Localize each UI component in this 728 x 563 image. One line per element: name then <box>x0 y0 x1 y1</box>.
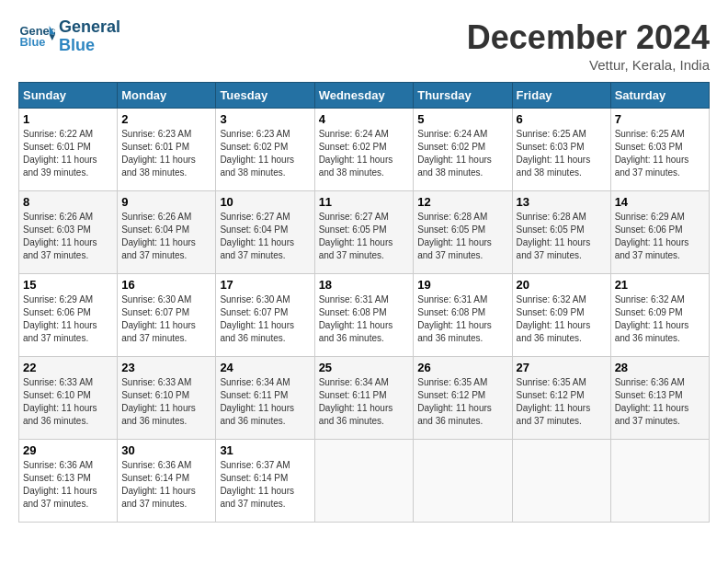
day-number: 19 <box>417 278 507 292</box>
day-info: Sunrise: 6:35 AM Sunset: 6:12 PM Dayligh… <box>417 376 507 428</box>
calendar-day-cell: 8 Sunrise: 6:26 AM Sunset: 6:03 PM Dayli… <box>19 191 118 274</box>
logo: General Blue General Blue <box>18 18 120 55</box>
day-number: 16 <box>121 278 211 292</box>
day-info: Sunrise: 6:32 AM Sunset: 6:09 PM Dayligh… <box>615 293 705 345</box>
day-info: Sunrise: 6:26 AM Sunset: 6:03 PM Dayligh… <box>23 211 113 262</box>
calendar-day-cell: 6 Sunrise: 6:25 AM Sunset: 6:03 PM Dayli… <box>512 109 610 191</box>
page-header: General Blue General Blue December 2024 … <box>18 18 710 73</box>
day-number: 4 <box>319 112 410 126</box>
calendar-day-cell: 19 Sunrise: 6:31 AM Sunset: 6:08 PM Dayl… <box>414 274 512 357</box>
calendar-day-cell: 22 Sunrise: 6:33 AM Sunset: 6:10 PM Dayl… <box>19 357 118 440</box>
day-info: Sunrise: 6:27 AM Sunset: 6:05 PM Dayligh… <box>319 211 410 262</box>
calendar-day-cell: 12 Sunrise: 6:28 AM Sunset: 6:05 PM Dayl… <box>414 191 512 274</box>
calendar-day-cell <box>512 440 610 523</box>
day-number: 27 <box>517 361 607 374</box>
day-number: 23 <box>121 361 211 374</box>
day-info: Sunrise: 6:30 AM Sunset: 6:07 PM Dayligh… <box>220 293 310 345</box>
calendar-day-cell: 25 Sunrise: 6:34 AM Sunset: 6:11 PM Dayl… <box>314 357 414 440</box>
day-number: 29 <box>23 443 113 457</box>
day-info: Sunrise: 6:24 AM Sunset: 6:02 PM Dayligh… <box>417 128 507 179</box>
day-info: Sunrise: 6:34 AM Sunset: 6:11 PM Dayligh… <box>220 376 310 428</box>
day-number: 25 <box>319 361 410 374</box>
calendar-day-cell: 10 Sunrise: 6:27 AM Sunset: 6:04 PM Dayl… <box>216 191 314 274</box>
day-number: 11 <box>319 195 410 209</box>
calendar-day-cell: 27 Sunrise: 6:35 AM Sunset: 6:12 PM Dayl… <box>512 357 610 440</box>
calendar-day-cell: 9 Sunrise: 6:26 AM Sunset: 6:04 PM Dayli… <box>118 191 216 274</box>
header-saturday: Saturday <box>610 83 709 109</box>
calendar-day-cell <box>314 440 414 523</box>
day-number: 1 <box>23 112 113 126</box>
calendar-week-row: 1 Sunrise: 6:22 AM Sunset: 6:01 PM Dayli… <box>19 109 710 191</box>
calendar-day-cell: 29 Sunrise: 6:36 AM Sunset: 6:13 PM Dayl… <box>19 440 118 523</box>
day-info: Sunrise: 6:34 AM Sunset: 6:11 PM Dayligh… <box>319 376 410 428</box>
day-info: Sunrise: 6:37 AM Sunset: 6:14 PM Dayligh… <box>220 459 310 511</box>
calendar-day-cell: 1 Sunrise: 6:22 AM Sunset: 6:01 PM Dayli… <box>19 109 118 191</box>
day-number: 14 <box>615 195 705 209</box>
calendar-day-cell <box>414 440 512 523</box>
day-number: 31 <box>220 443 310 457</box>
day-number: 12 <box>417 195 507 209</box>
day-number: 26 <box>417 361 507 374</box>
logo-general: General <box>59 18 120 37</box>
day-number: 20 <box>517 278 607 292</box>
day-info: Sunrise: 6:23 AM Sunset: 6:02 PM Dayligh… <box>220 128 310 179</box>
svg-marker-3 <box>50 35 55 40</box>
header-friday: Friday <box>512 83 610 109</box>
day-info: Sunrise: 6:32 AM Sunset: 6:09 PM Dayligh… <box>517 293 607 345</box>
day-number: 28 <box>615 361 705 374</box>
day-number: 21 <box>615 278 705 292</box>
day-number: 18 <box>319 278 410 292</box>
calendar-table: Sunday Monday Tuesday Wednesday Thursday… <box>18 82 710 523</box>
calendar-day-cell: 4 Sunrise: 6:24 AM Sunset: 6:02 PM Dayli… <box>314 109 414 191</box>
calendar-day-cell: 7 Sunrise: 6:25 AM Sunset: 6:03 PM Dayli… <box>610 109 709 191</box>
calendar-day-cell: 15 Sunrise: 6:29 AM Sunset: 6:06 PM Dayl… <box>19 274 118 357</box>
day-info: Sunrise: 6:36 AM Sunset: 6:13 PM Dayligh… <box>23 459 113 511</box>
calendar-day-cell: 23 Sunrise: 6:33 AM Sunset: 6:10 PM Dayl… <box>118 357 216 440</box>
day-number: 8 <box>23 195 113 209</box>
day-number: 13 <box>517 195 607 209</box>
calendar-day-cell <box>610 440 709 523</box>
calendar-day-cell: 31 Sunrise: 6:37 AM Sunset: 6:14 PM Dayl… <box>216 440 314 523</box>
calendar-week-row: 29 Sunrise: 6:36 AM Sunset: 6:13 PM Dayl… <box>19 440 710 523</box>
header-wednesday: Wednesday <box>314 83 414 109</box>
header-sunday: Sunday <box>19 83 118 109</box>
logo-blue: Blue <box>59 37 120 55</box>
day-info: Sunrise: 6:36 AM Sunset: 6:14 PM Dayligh… <box>121 459 211 511</box>
svg-text:Blue: Blue <box>20 35 46 49</box>
header-monday: Monday <box>118 83 216 109</box>
day-info: Sunrise: 6:25 AM Sunset: 6:03 PM Dayligh… <box>615 128 705 179</box>
month-title: December 2024 <box>467 18 710 57</box>
day-info: Sunrise: 6:30 AM Sunset: 6:07 PM Dayligh… <box>121 293 211 345</box>
calendar-day-cell: 28 Sunrise: 6:36 AM Sunset: 6:13 PM Dayl… <box>610 357 709 440</box>
day-number: 9 <box>121 195 211 209</box>
day-number: 7 <box>615 112 705 126</box>
day-number: 17 <box>220 278 310 292</box>
calendar-header-row: Sunday Monday Tuesday Wednesday Thursday… <box>19 83 710 109</box>
day-info: Sunrise: 6:25 AM Sunset: 6:03 PM Dayligh… <box>517 128 607 179</box>
calendar-day-cell: 20 Sunrise: 6:32 AM Sunset: 6:09 PM Dayl… <box>512 274 610 357</box>
calendar-day-cell: 18 Sunrise: 6:31 AM Sunset: 6:08 PM Dayl… <box>314 274 414 357</box>
day-info: Sunrise: 6:28 AM Sunset: 6:05 PM Dayligh… <box>417 211 507 262</box>
logo-icon: General Blue <box>18 18 55 55</box>
day-info: Sunrise: 6:27 AM Sunset: 6:04 PM Dayligh… <box>220 211 310 262</box>
calendar-day-cell: 16 Sunrise: 6:30 AM Sunset: 6:07 PM Dayl… <box>118 274 216 357</box>
calendar-day-cell: 14 Sunrise: 6:29 AM Sunset: 6:06 PM Dayl… <box>610 191 709 274</box>
calendar-week-row: 15 Sunrise: 6:29 AM Sunset: 6:06 PM Dayl… <box>19 274 710 357</box>
day-info: Sunrise: 6:31 AM Sunset: 6:08 PM Dayligh… <box>319 293 410 345</box>
day-number: 2 <box>121 112 211 126</box>
day-info: Sunrise: 6:33 AM Sunset: 6:10 PM Dayligh… <box>121 376 211 428</box>
calendar-day-cell: 21 Sunrise: 6:32 AM Sunset: 6:09 PM Dayl… <box>610 274 709 357</box>
day-number: 22 <box>23 361 113 374</box>
calendar-week-row: 8 Sunrise: 6:26 AM Sunset: 6:03 PM Dayli… <box>19 191 710 274</box>
calendar-day-cell: 3 Sunrise: 6:23 AM Sunset: 6:02 PM Dayli… <box>216 109 314 191</box>
calendar-day-cell: 24 Sunrise: 6:34 AM Sunset: 6:11 PM Dayl… <box>216 357 314 440</box>
calendar-day-cell: 5 Sunrise: 6:24 AM Sunset: 6:02 PM Dayli… <box>414 109 512 191</box>
day-info: Sunrise: 6:26 AM Sunset: 6:04 PM Dayligh… <box>121 211 211 262</box>
header-thursday: Thursday <box>414 83 512 109</box>
day-number: 5 <box>417 112 507 126</box>
day-info: Sunrise: 6:31 AM Sunset: 6:08 PM Dayligh… <box>417 293 507 345</box>
day-info: Sunrise: 6:29 AM Sunset: 6:06 PM Dayligh… <box>615 211 705 262</box>
day-info: Sunrise: 6:28 AM Sunset: 6:05 PM Dayligh… <box>517 211 607 262</box>
day-info: Sunrise: 6:36 AM Sunset: 6:13 PM Dayligh… <box>615 376 705 428</box>
title-block: December 2024 Vettur, Kerala, India <box>467 18 710 73</box>
